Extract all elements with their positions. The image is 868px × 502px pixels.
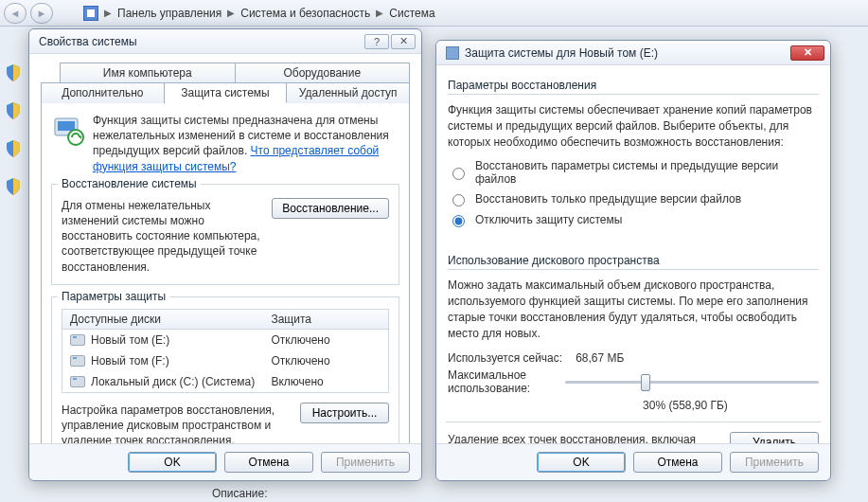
disk-usage-header: Использование дискового пространства	[448, 254, 819, 270]
delete-button[interactable]: Удалить	[730, 432, 819, 443]
delete-description: Удаление всех точек восстановления, вклю…	[448, 432, 720, 443]
drive-icon	[70, 355, 85, 367]
tab-advanced[interactable]: Дополнительно	[41, 82, 165, 103]
max-usage-slider[interactable]	[565, 372, 819, 391]
window-title: Защита системы для Новый том (E:)	[465, 46, 658, 60]
drive-icon	[446, 46, 459, 60]
col-header-protection[interactable]: Защита	[263, 310, 388, 329]
cancel-button[interactable]: Отмена	[633, 452, 722, 473]
restore-button[interactable]: Восстановление...	[272, 198, 389, 219]
configure-description: Настройка параметров восстановления, упр…	[62, 403, 291, 443]
chevron-right-icon: ▶	[376, 8, 383, 18]
radio-input[interactable]	[452, 168, 465, 180]
tab-computer-name[interactable]: Имя компьютера	[60, 63, 236, 82]
shield-icon	[6, 64, 21, 81]
table-row[interactable]: Локальный диск (C:) (Система) Включено	[62, 371, 388, 392]
tab-remote[interactable]: Удаленный доступ	[287, 82, 410, 103]
ok-button[interactable]: OK	[128, 452, 217, 473]
window-title: Свойства системы	[39, 35, 137, 48]
close-button[interactable]: ✕	[790, 45, 824, 61]
max-usage-label: Максимальное использование:	[448, 368, 552, 395]
tab-hardware[interactable]: Оборудование	[236, 63, 411, 82]
shield-icon	[6, 102, 21, 119]
breadcrumb-item[interactable]: Система	[389, 7, 434, 20]
breadcrumb[interactable]: ▶ Панель управления ▶ Система и безопасн…	[83, 6, 435, 21]
restore-description: Для отмены нежелательных изменений систе…	[62, 198, 262, 275]
group-legend: Восстановление системы	[58, 177, 201, 190]
back-button[interactable]: ◄	[4, 3, 27, 24]
radio-restore-system-and-files[interactable]: Восстановить параметры системы и предыду…	[448, 159, 819, 186]
group-legend: Параметры защиты	[58, 290, 169, 303]
titlebar[interactable]: Защита системы для Новый том (E:) ✕	[436, 41, 830, 65]
radio-disable-protection[interactable]: Отключить защиту системы	[448, 212, 819, 227]
slider-thumb[interactable]	[641, 374, 650, 391]
system-properties-dialog: Свойства системы ? ✕ Имя компьютера Обор…	[28, 28, 422, 481]
description-label: Описание:	[212, 487, 268, 500]
configure-button[interactable]: Настроить...	[300, 403, 389, 423]
svg-rect-1	[58, 121, 75, 131]
col-header-drives[interactable]: Доступные диски	[62, 310, 263, 329]
breadcrumb-item[interactable]: Панель управления	[117, 7, 221, 20]
table-row[interactable]: Новый том (E:) Отключено	[62, 330, 388, 350]
apply-button[interactable]: Применить	[321, 452, 410, 473]
restore-params-description: Функция защиты системы обеспечивает хран…	[448, 102, 819, 150]
shield-sidebar	[6, 38, 25, 502]
radio-input[interactable]	[452, 215, 465, 227]
drive-icon	[70, 376, 85, 387]
breadcrumb-item[interactable]: Система и безопасность	[240, 7, 370, 20]
shield-icon	[6, 178, 21, 195]
intro-text: Функция защиты системы предназначена для…	[93, 113, 399, 174]
titlebar[interactable]: Свойства системы ? ✕	[29, 29, 421, 54]
system-protection-config-dialog: Защита системы для Новый том (E:) ✕ Пара…	[435, 40, 831, 481]
close-button[interactable]: ✕	[391, 34, 416, 49]
ok-button[interactable]: OK	[537, 452, 626, 473]
table-row[interactable]: Новый том (F:) Отключено	[62, 350, 388, 371]
restore-params-header: Параметры восстановления	[448, 79, 819, 95]
slider-value: 30% (558,90 ГБ)	[552, 399, 819, 412]
system-protection-icon	[51, 113, 85, 147]
cancel-button[interactable]: Отмена	[224, 452, 313, 473]
control-panel-icon	[83, 6, 98, 21]
protection-settings-group: Параметры защиты Доступные диски Защита …	[51, 296, 399, 443]
chevron-right-icon: ▶	[227, 8, 235, 18]
radio-restore-files-only[interactable]: Восстановить только предыдущие версии фа…	[448, 191, 819, 206]
used-now-value: 68,67 МБ	[576, 351, 624, 365]
help-button[interactable]: ?	[364, 34, 389, 49]
tab-system-protection[interactable]: Защита системы	[165, 82, 288, 103]
system-restore-group: Восстановление системы Для отмены нежела…	[51, 184, 399, 285]
drives-table: Доступные диски Защита Новый том (E:) От…	[62, 309, 389, 393]
chevron-right-icon: ▶	[104, 8, 112, 18]
drive-icon	[70, 334, 85, 346]
shield-icon	[6, 140, 21, 157]
disk-usage-description: Можно задать максимальный объем дисковог…	[448, 278, 819, 341]
forward-button[interactable]: ►	[30, 3, 53, 24]
radio-input[interactable]	[452, 194, 465, 206]
used-now-label: Используется сейчас:	[448, 351, 562, 365]
apply-button[interactable]: Применить	[730, 452, 819, 473]
explorer-navbar: ◄ ► ▶ Панель управления ▶ Система и безо…	[0, 0, 868, 27]
